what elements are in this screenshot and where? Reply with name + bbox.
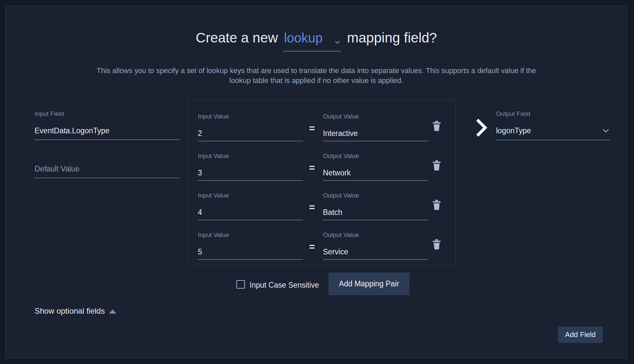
equals-sign: = [309, 123, 315, 133]
delete-mapping-pair-button[interactable] [432, 160, 441, 171]
delete-mapping-pair-button[interactable] [432, 200, 441, 210]
input-value-label: Input Value [198, 113, 303, 120]
output-value-label: Output Value [323, 152, 429, 160]
trash-icon [433, 127, 441, 132]
output-value-input[interactable] [323, 247, 429, 260]
show-optional-fields-toggle[interactable]: Show optional fields [35, 306, 116, 316]
create-mapping-field-dialog: Create a new lookup mapping field? This … [5, 6, 627, 358]
output-value-input[interactable] [323, 129, 429, 141]
input-value-label: Input Value [198, 152, 303, 160]
case-sensitive-label: Input Case Sensitive [250, 281, 319, 290]
add-field-button[interactable]: Add Field [558, 326, 603, 343]
chevron-right-icon [476, 118, 487, 139]
mapping-row: Input Value = Output Value [188, 220, 455, 260]
chevron-down-icon [603, 128, 609, 134]
trash-icon [433, 167, 441, 171]
title-prefix: Create a new [196, 30, 278, 46]
trash-icon [433, 206, 441, 211]
description-line-2: lookup table that is applied if no other… [6, 76, 627, 86]
output-value-label: Output Value [323, 231, 429, 239]
mapping-pairs-panel: Input Value = Output Value Input Value [188, 99, 456, 266]
output-field-group: Output Field logonType [496, 110, 610, 140]
default-value-group [35, 165, 179, 178]
show-optional-fields-label: Show optional fields [35, 306, 105, 316]
output-field-value: logonType [496, 126, 531, 135]
field-type-value: lookup [284, 31, 323, 45]
mapping-input-group: Input Value [198, 113, 303, 141]
trash-icon [433, 246, 441, 250]
output-value-input[interactable] [323, 169, 429, 181]
chevron-down-icon [335, 32, 340, 47]
input-field-input[interactable] [35, 126, 179, 140]
equals-sign: = [309, 163, 315, 173]
delete-mapping-pair-button[interactable] [432, 121, 441, 131]
case-sensitive-checkbox[interactable] [236, 280, 245, 289]
mapping-row: Input Value = Output Value [188, 102, 455, 141]
input-value-label: Input Value [198, 192, 303, 199]
input-value-input[interactable] [198, 208, 303, 220]
default-value-input[interactable] [35, 165, 179, 178]
mapping-output-group: Output Value [323, 192, 429, 220]
dialog-title: Create a new lookup mapping field? [6, 30, 627, 46]
input-value-input[interactable] [198, 169, 303, 181]
output-field-select[interactable]: logonType [496, 126, 610, 140]
output-value-label: Output Value [323, 113, 429, 120]
equals-sign: = [309, 242, 315, 252]
description-line-1: This allows you to specify a set of look… [6, 66, 627, 76]
input-field-group: Input Field [35, 110, 179, 140]
mapping-input-group: Input Value [198, 231, 303, 260]
input-value-input[interactable] [198, 129, 303, 141]
field-type-dropdown[interactable]: lookup [283, 31, 342, 45]
input-value-input[interactable] [198, 247, 303, 260]
title-suffix: mapping field? [347, 30, 437, 46]
delete-mapping-pair-button[interactable] [432, 239, 441, 250]
output-value-label: Output Value [323, 192, 429, 199]
triangle-up-icon [109, 309, 116, 314]
input-field-label: Input Field [35, 110, 179, 117]
output-value-input[interactable] [323, 208, 429, 220]
mapping-row: Input Value = Output Value [188, 181, 455, 220]
mapping-output-group: Output Value [323, 152, 429, 181]
add-mapping-pair-button[interactable]: Add Mapping Pair [329, 273, 409, 295]
input-value-label: Input Value [198, 231, 303, 239]
mapping-output-group: Output Value [323, 231, 429, 260]
mapping-input-group: Input Value [198, 152, 303, 181]
screen: Create a new lookup mapping field? This … [0, 0, 634, 364]
mapping-input-group: Input Value [198, 192, 303, 220]
type-dropdown-underline [283, 51, 341, 51]
output-field-label: Output Field [496, 110, 610, 117]
mapping-output-group: Output Value [323, 113, 429, 141]
equals-sign: = [309, 202, 315, 212]
mapping-row: Input Value = Output Value [188, 141, 455, 181]
dialog-description: This allows you to specify a set of look… [6, 66, 627, 86]
